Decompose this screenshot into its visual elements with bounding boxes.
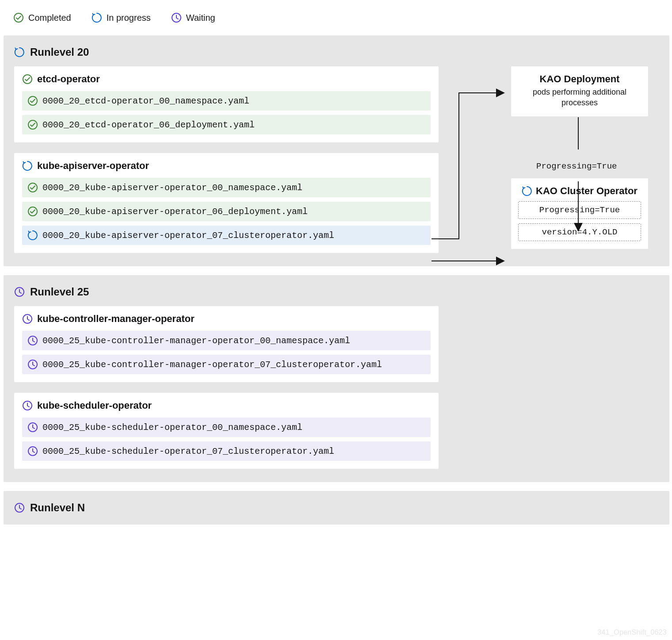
clock-icon [27, 335, 38, 346]
operator-card-etcd: etcd-operator 0000_20_etcd-operator_00_n… [14, 66, 439, 142]
operator-name: kube-apiserver-operator [37, 160, 149, 172]
check-circle-icon [27, 96, 38, 106]
manifest-file: 0000_20_kube-apiserver-operator_07_clust… [42, 230, 334, 241]
manifest-file: 0000_20_kube-apiserver-operator_06_deplo… [42, 207, 308, 217]
clock-icon [14, 502, 25, 513]
legend-completed-label: Completed [28, 13, 71, 23]
manifest-line: 0000_25_kube-controller-manager-operator… [22, 331, 431, 350]
watermark: 341_OpenShift_0623 [597, 629, 667, 636]
spinner-icon [22, 161, 33, 171]
runlevel-20-section: Runlevel 20 etcd-operator 0000_20_etcd-o… [4, 35, 669, 266]
clock-icon [22, 314, 33, 324]
runlevel-n-title: Runlevel N [30, 502, 85, 514]
operator-name: kube-controller-manager-operator [37, 313, 195, 325]
check-circle-icon [13, 12, 24, 23]
connector-label: Progressing=True [536, 161, 617, 171]
operator-name: etcd-operator [37, 73, 100, 85]
legend-completed: Completed [13, 12, 71, 23]
runlevel-25-header: Runlevel 25 [14, 286, 659, 298]
manifest-line: 0000_20_etcd-operator_00_namespace.yaml [22, 91, 431, 111]
clock-icon [22, 400, 33, 411]
manifest-file: 0000_25_kube-scheduler-operator_07_clust… [42, 446, 334, 456]
check-circle-icon [27, 206, 38, 217]
manifest-file: 0000_20_kube-apiserver-operator_00_names… [42, 183, 302, 193]
check-circle-icon [27, 119, 38, 130]
manifest-file: 0000_20_etcd-operator_00_namespace.yaml [42, 96, 249, 106]
manifest-line: 0000_20_kube-apiserver-operator_07_clust… [22, 226, 431, 245]
manifest-line: 0000_25_kube-scheduler-operator_07_clust… [22, 441, 431, 461]
manifest-file: 0000_25_kube-controller-manager-operator… [42, 336, 350, 346]
operator-card-kcm: kube-controller-manager-operator 0000_25… [14, 306, 439, 382]
operator-name: kube-scheduler-operator [37, 400, 152, 411]
kao-deployment-subtitle: pods performing additional processes [518, 87, 641, 108]
manifest-line: 0000_25_kube-controller-manager-operator… [22, 355, 431, 374]
legend: Completed In progress Waiting [0, 0, 672, 35]
runlevel-25-section: Runlevel 25 kube-controller-manager-oper… [4, 275, 669, 482]
spinner-icon [14, 47, 25, 57]
operator-card-kube-scheduler: kube-scheduler-operator 0000_25_kube-sch… [14, 393, 439, 469]
clock-icon [171, 12, 182, 23]
legend-waiting: Waiting [171, 12, 215, 23]
runlevel-20-header: Runlevel 20 [14, 46, 659, 58]
runlevel-25-operators: kube-controller-manager-operator 0000_25… [14, 306, 439, 469]
check-circle-icon [22, 74, 33, 84]
clock-icon [27, 359, 38, 370]
kao-cluster-operator-box: KAO Cluster Operator Progressing=True ve… [511, 178, 648, 249]
clock-icon [14, 287, 25, 297]
kao-cluster-operator-title: KAO Cluster Operator [536, 185, 638, 197]
kao-co-field: version=4.Y.OLD [518, 223, 641, 241]
operator-card-kube-apiserver: kube-apiserver-operator 0000_20_kube-api… [14, 153, 439, 253]
manifest-line: 0000_20_kube-apiserver-operator_06_deplo… [22, 202, 431, 221]
kao-deployment-box: KAO Deployment pods performing additiona… [511, 66, 648, 116]
spinner-icon [522, 186, 532, 196]
legend-progress-label: In progress [107, 13, 151, 23]
spinner-icon [92, 12, 102, 23]
runlevel-20-title: Runlevel 20 [30, 46, 89, 58]
check-circle-icon [27, 182, 38, 193]
legend-progress: In progress [92, 12, 151, 23]
legend-waiting-label: Waiting [186, 13, 215, 23]
runlevel-n-section: Runlevel N [4, 491, 669, 525]
kao-co-field: Progressing=True [518, 201, 641, 219]
runlevel-20-right: KAO Deployment pods performing additiona… [511, 66, 648, 249]
manifest-line: 0000_25_kube-scheduler-operator_00_names… [22, 418, 431, 437]
runlevel-25-title: Runlevel 25 [30, 286, 89, 298]
manifest-line: 0000_20_etcd-operator_06_deployment.yaml [22, 115, 431, 134]
clock-icon [27, 446, 38, 456]
runlevel-n-header: Runlevel N [14, 502, 659, 514]
spinner-icon [27, 230, 38, 241]
manifest-file: 0000_25_kube-controller-manager-operator… [42, 360, 382, 370]
clock-icon [27, 422, 38, 433]
kao-deployment-title: KAO Deployment [518, 73, 641, 85]
runlevel-20-operators: etcd-operator 0000_20_etcd-operator_00_n… [14, 66, 439, 253]
manifest-file: 0000_25_kube-scheduler-operator_00_names… [42, 422, 302, 433]
manifest-line: 0000_20_kube-apiserver-operator_00_names… [22, 178, 431, 197]
manifest-file: 0000_20_etcd-operator_06_deployment.yaml [42, 120, 255, 130]
